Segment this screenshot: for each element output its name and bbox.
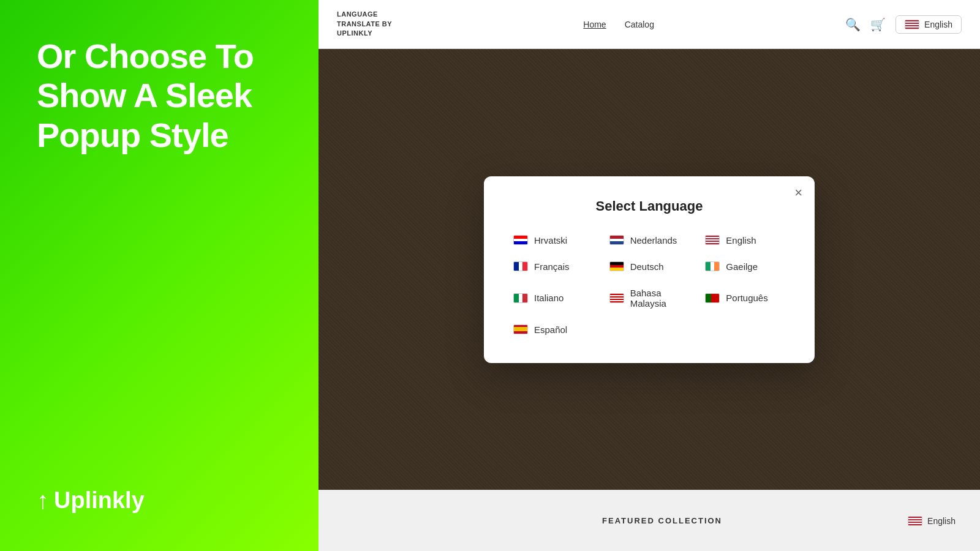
language-name-de: Deutsch <box>630 261 664 272</box>
footer-language-button[interactable]: English <box>908 516 956 526</box>
language-selector-button[interactable]: English <box>895 15 962 34</box>
language-item-ms[interactable]: Bahasa Malaysia <box>605 284 695 312</box>
language-item-fr[interactable]: Français <box>508 258 598 276</box>
logo-arrow-icon: ↑ <box>37 487 49 514</box>
language-grid: HrvatskiNederlandsEnglishFrançaisDeutsch… <box>508 231 790 339</box>
language-name-fr: Français <box>534 261 570 272</box>
flag-es-icon <box>513 324 528 334</box>
language-name-ms: Bahasa Malaysia <box>630 288 690 309</box>
flag-de-icon <box>609 261 624 271</box>
english-flag-icon <box>905 20 919 29</box>
language-item-es[interactable]: Español <box>508 321 598 339</box>
footer-language-label: English <box>927 516 956 526</box>
logo-text: Uplinkly <box>54 487 145 514</box>
language-item-it[interactable]: Italiano <box>508 284 598 312</box>
language-item-ga[interactable]: Gaeilge <box>700 258 790 276</box>
language-btn-label: English <box>924 20 952 29</box>
flag-hr-icon <box>513 235 528 245</box>
language-name-pt: Português <box>726 293 767 303</box>
language-select-modal: Select Language × HrvatskiNederlandsEngl… <box>484 176 815 363</box>
website: LANGUAGE TRANSLATE BY UPLINKLY Home Cata… <box>318 0 980 551</box>
flag-us-icon <box>705 235 720 245</box>
uplinkly-logo: ↑ Uplinkly <box>37 487 288 514</box>
right-panel: LANGUAGE TRANSLATE BY UPLINKLY Home Cata… <box>318 0 980 551</box>
cart-icon[interactable]: 🛒 <box>870 17 886 32</box>
modal-overlay[interactable]: Select Language × HrvatskiNederlandsEngl… <box>318 49 980 490</box>
language-name-hr: Hrvatski <box>534 235 567 246</box>
language-name-it: Italiano <box>534 293 564 303</box>
search-icon[interactable]: 🔍 <box>845 17 861 32</box>
site-footer-area: FEATURED COLLECTION English <box>318 490 980 551</box>
modal-title: Select Language <box>508 198 790 214</box>
hero-area: B r Select Language × HrvatskiNederlands… <box>318 49 980 490</box>
left-heading: Or Choose To Show A Sleek Popup Style <box>37 37 288 155</box>
flag-fr-icon <box>513 261 528 271</box>
left-panel: Or Choose To Show A Sleek Popup Style ↑ … <box>0 0 318 551</box>
language-item-nl[interactable]: Nederlands <box>605 231 695 249</box>
site-header-right: 🔍 🛒 English <box>845 15 962 34</box>
language-item-de[interactable]: Deutsch <box>605 258 695 276</box>
site-logo: LANGUAGE TRANSLATE BY UPLINKLY <box>337 10 392 38</box>
site-header: LANGUAGE TRANSLATE BY UPLINKLY Home Cata… <box>318 0 980 49</box>
modal-close-button[interactable]: × <box>794 186 802 200</box>
language-name-ga: Gaeilge <box>726 261 758 272</box>
language-item-pt[interactable]: Português <box>700 284 790 312</box>
flag-my-icon <box>609 293 624 303</box>
flag-pt-icon <box>705 293 720 303</box>
language-item-hr[interactable]: Hrvatski <box>508 231 598 249</box>
language-name-es: Español <box>534 324 567 335</box>
footer-english-flag-icon <box>908 516 922 526</box>
featured-collection-label: FEATURED COLLECTION <box>417 516 908 525</box>
nav-catalog[interactable]: Catalog <box>625 20 654 29</box>
language-name-nl: Nederlands <box>630 235 677 246</box>
language-item-en[interactable]: English <box>700 231 790 249</box>
flag-ie-icon <box>705 261 720 271</box>
flag-it-icon <box>513 293 528 303</box>
site-nav: Home Catalog <box>583 20 654 29</box>
flag-nl-icon <box>609 235 624 245</box>
nav-home[interactable]: Home <box>583 20 606 29</box>
language-name-en: English <box>726 235 756 246</box>
